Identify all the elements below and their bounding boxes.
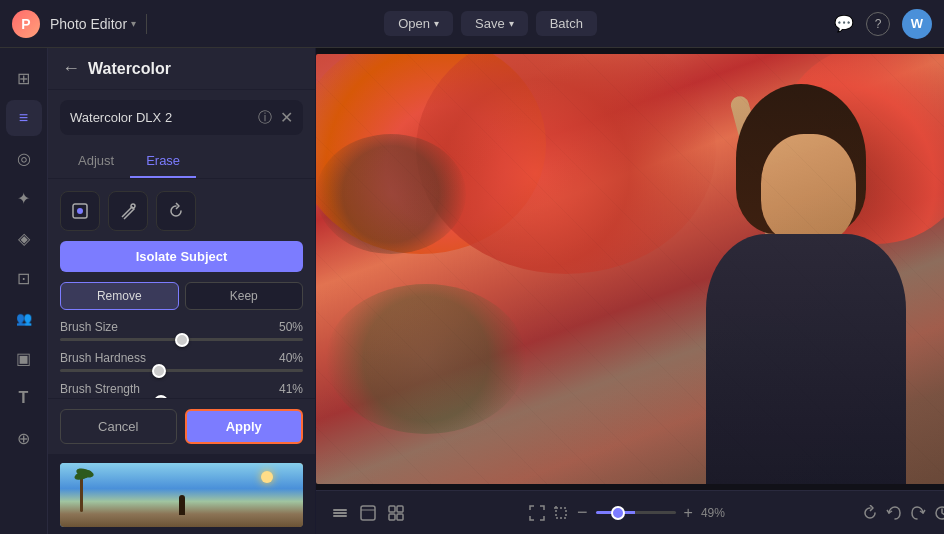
- open-button[interactable]: Open ▾: [384, 11, 453, 36]
- brush-hardness-slider[interactable]: [60, 369, 303, 372]
- svg-rect-5: [333, 515, 347, 517]
- refresh-tool-button[interactable]: [156, 191, 196, 231]
- canvas-viewport[interactable]: [316, 48, 944, 490]
- undo-button[interactable]: [886, 505, 902, 521]
- tabs: Adjust Erase: [48, 145, 315, 179]
- svg-rect-4: [333, 512, 347, 514]
- brush-size-slider[interactable]: [60, 338, 303, 341]
- tool-icon-row: [60, 191, 303, 231]
- crop-button[interactable]: [553, 505, 569, 521]
- effect-close-button[interactable]: ✕: [280, 108, 293, 127]
- apply-button[interactable]: Apply: [185, 409, 304, 444]
- sidebar-item-adjustments[interactable]: ≡: [6, 100, 42, 136]
- back-button[interactable]: ←: [62, 58, 80, 79]
- layers-button[interactable]: [332, 505, 348, 521]
- bottom-center-tools: − + 49%: [529, 502, 737, 523]
- history-button[interactable]: [934, 505, 944, 521]
- sidebar-item-text[interactable]: T: [6, 380, 42, 416]
- remove-button[interactable]: Remove: [60, 282, 179, 310]
- icon-sidebar: ⊞ ≡ ◎ ✦ ◈ ⊡ 👥 ▣ T ⊕: [0, 48, 48, 534]
- slider-section: Brush Size 50% Brush Hardness 40%: [60, 320, 303, 398]
- effect-name: Watercolor DLX 2: [70, 110, 250, 125]
- sidebar-item-layers[interactable]: ⊡: [6, 260, 42, 296]
- canvas-area: − + 49%: [316, 48, 944, 534]
- avatar-button[interactable]: W: [902, 9, 932, 39]
- svg-rect-11: [397, 514, 403, 520]
- square-tool-button[interactable]: [60, 191, 100, 231]
- bottom-left-tools: [332, 505, 404, 521]
- redo-button[interactable]: [910, 505, 926, 521]
- keep-button[interactable]: Keep: [185, 282, 304, 310]
- photo-thumbnail[interactable]: [60, 463, 303, 527]
- top-bar-center: Open ▾ Save ▾ Batch: [157, 11, 824, 36]
- top-divider: [146, 14, 147, 34]
- app-logo: P: [12, 10, 40, 38]
- panel-header: ← Watercolor: [48, 48, 315, 90]
- thumbnail-strip: [48, 454, 315, 534]
- photo-canvas: [316, 54, 944, 484]
- bottom-right-tools: [862, 505, 944, 521]
- svg-point-2: [131, 204, 135, 208]
- zoom-slider[interactable]: [596, 511, 676, 514]
- tab-erase[interactable]: Erase: [130, 145, 196, 178]
- brush-strength-row: Brush Strength 41%: [60, 382, 303, 398]
- tab-adjust[interactable]: Adjust: [62, 145, 130, 178]
- brush-hardness-row: Brush Hardness 40%: [60, 351, 303, 372]
- svg-rect-10: [389, 514, 395, 520]
- svg-rect-8: [389, 506, 395, 512]
- app-title: Photo Editor: [50, 16, 127, 32]
- batch-button[interactable]: Batch: [536, 11, 597, 36]
- action-row: Cancel Apply: [48, 398, 315, 454]
- sidebar-item-group[interactable]: 👥: [6, 300, 42, 336]
- bottom-toolbar: − + 49%: [316, 490, 944, 534]
- brush-size-row: Brush Size 50%: [60, 320, 303, 341]
- sidebar-item-home[interactable]: ⊞: [6, 60, 42, 96]
- svg-rect-3: [333, 509, 347, 511]
- sidebar-item-export[interactable]: ⊕: [6, 420, 42, 456]
- effect-info-button[interactable]: ⓘ: [258, 109, 272, 127]
- svg-rect-6: [361, 506, 375, 520]
- sidebar-item-filter[interactable]: ◈: [6, 220, 42, 256]
- app-title-chevron: ▾: [131, 18, 136, 29]
- main-content: ⊞ ≡ ◎ ✦ ◈ ⊡ 👥 ▣ T ⊕ ← Watercolor Waterco…: [0, 48, 944, 534]
- zoom-out-button[interactable]: −: [577, 502, 588, 523]
- grid-button[interactable]: [388, 505, 404, 521]
- remove-keep-toggle: Remove Keep: [60, 282, 303, 310]
- sidebar-item-image[interactable]: ▣: [6, 340, 42, 376]
- cancel-button[interactable]: Cancel: [60, 409, 177, 444]
- reset-button[interactable]: [862, 505, 878, 521]
- zoom-in-button[interactable]: +: [684, 504, 693, 522]
- isolate-subject-button[interactable]: Isolate Subject: [60, 241, 303, 272]
- zoom-label: 49%: [701, 506, 737, 520]
- fit-button[interactable]: [529, 505, 545, 521]
- sidebar-item-view[interactable]: ◎: [6, 140, 42, 176]
- svg-point-1: [77, 208, 83, 214]
- frame-button[interactable]: [360, 505, 376, 521]
- top-bar: P Photo Editor ▾ Open ▾ Save ▾ Batch 💬 ?…: [0, 0, 944, 48]
- message-button[interactable]: 💬: [834, 14, 854, 33]
- svg-rect-12: [556, 508, 566, 518]
- brush-tool-button[interactable]: [108, 191, 148, 231]
- save-button[interactable]: Save ▾: [461, 11, 528, 36]
- help-button[interactable]: ?: [866, 12, 890, 36]
- app-title-button[interactable]: Photo Editor ▾: [50, 16, 136, 32]
- top-bar-right: 💬 ? W: [834, 9, 932, 39]
- panel-title: Watercolor: [88, 60, 301, 78]
- sidebar-item-magic[interactable]: ✦: [6, 180, 42, 216]
- effect-card: Watercolor DLX 2 ⓘ ✕: [60, 100, 303, 135]
- side-panel: ← Watercolor Watercolor DLX 2 ⓘ ✕ Adjust…: [48, 48, 316, 534]
- svg-rect-9: [397, 506, 403, 512]
- panel-body: Isolate Subject Remove Keep Brush Size 5…: [48, 179, 315, 398]
